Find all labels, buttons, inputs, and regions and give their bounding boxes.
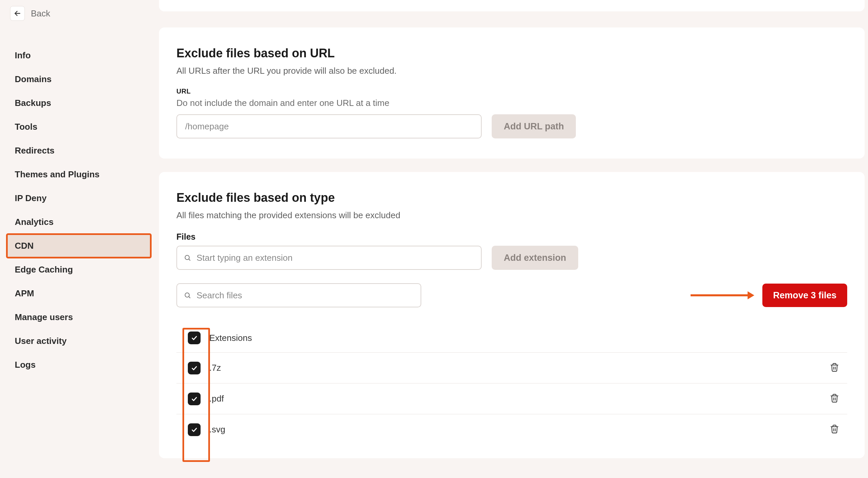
extensions-header-label: Extensions bbox=[209, 333, 252, 343]
exclude-url-title: Exclude files based on URL bbox=[177, 46, 847, 60]
arrow-annotation bbox=[690, 291, 754, 299]
exclude-type-desc: All files matching the provided extensio… bbox=[177, 210, 847, 221]
sidebar-item-tools[interactable]: Tools bbox=[7, 115, 151, 139]
sidebar-item-themes-plugins[interactable]: Themes and Plugins bbox=[7, 163, 151, 186]
sidebar-item-info[interactable]: Info bbox=[7, 43, 151, 67]
delete-row-button[interactable] bbox=[828, 361, 841, 375]
delete-row-button[interactable] bbox=[828, 422, 841, 437]
sidebar-item-manage-users[interactable]: Manage users bbox=[7, 306, 151, 329]
exclude-type-card: Exclude files based on type All files ma… bbox=[159, 172, 865, 458]
exclude-url-desc: All URLs after the URL you provide will … bbox=[177, 66, 847, 76]
check-icon bbox=[191, 426, 197, 433]
sidebar-item-analytics[interactable]: Analytics bbox=[7, 210, 151, 234]
row-checkbox[interactable] bbox=[188, 392, 200, 405]
url-input[interactable] bbox=[177, 114, 482, 138]
table-row: .7z bbox=[177, 353, 847, 383]
extension-input[interactable] bbox=[177, 246, 482, 270]
sidebar-item-backups[interactable]: Backups bbox=[7, 91, 151, 115]
trash-icon bbox=[830, 424, 839, 434]
check-icon bbox=[191, 334, 197, 341]
files-label: Files bbox=[177, 232, 847, 242]
table-row: .pdf bbox=[177, 383, 847, 414]
sidebar-item-ip-deny[interactable]: IP Deny bbox=[7, 186, 151, 210]
remove-files-button[interactable]: Remove 3 files bbox=[762, 284, 847, 307]
sidebar-item-logs[interactable]: Logs bbox=[7, 353, 151, 377]
trash-icon bbox=[830, 363, 839, 372]
search-files-input[interactable] bbox=[177, 283, 421, 307]
row-checkbox[interactable] bbox=[188, 423, 200, 436]
add-url-path-button[interactable]: Add URL path bbox=[492, 114, 576, 138]
extension-label: .7z bbox=[209, 363, 825, 373]
back-button[interactable]: Back bbox=[7, 3, 54, 24]
extension-label: .svg bbox=[209, 424, 825, 435]
check-icon bbox=[191, 365, 197, 372]
sidebar-item-cdn[interactable]: CDN bbox=[7, 234, 151, 258]
sidebar-item-domains[interactable]: Domains bbox=[7, 67, 151, 91]
trash-icon bbox=[830, 393, 839, 403]
table-row: .svg bbox=[177, 414, 847, 445]
card-stub bbox=[159, 0, 865, 11]
select-all-checkbox[interactable] bbox=[188, 331, 200, 344]
main-content: Exclude files based on URL All URLs afte… bbox=[158, 0, 868, 478]
check-icon bbox=[191, 395, 197, 402]
add-extension-button[interactable]: Add extension bbox=[492, 246, 578, 270]
sidebar-item-redirects[interactable]: Redirects bbox=[7, 139, 151, 163]
row-checkbox[interactable] bbox=[188, 362, 200, 375]
back-arrow-icon bbox=[10, 6, 25, 21]
exclude-url-card: Exclude files based on URL All URLs afte… bbox=[159, 28, 865, 159]
sidebar-item-apm[interactable]: APM bbox=[7, 282, 151, 306]
sidebar-item-user-activity[interactable]: User activity bbox=[7, 329, 151, 353]
extension-label: .pdf bbox=[209, 393, 825, 404]
sidebar: Back Info Domains Backups Tools Redirect… bbox=[0, 0, 158, 478]
url-field-label: URL bbox=[177, 88, 847, 95]
extensions-table: Extensions .7z bbox=[177, 323, 847, 445]
back-label: Back bbox=[31, 8, 50, 19]
table-header-row: Extensions bbox=[177, 323, 847, 353]
url-field-helper: Do not include the domain and enter one … bbox=[177, 98, 847, 108]
exclude-type-title: Exclude files based on type bbox=[177, 191, 847, 205]
sidebar-item-edge-caching[interactable]: Edge Caching bbox=[7, 258, 151, 282]
delete-row-button[interactable] bbox=[828, 391, 841, 406]
nav-list: Info Domains Backups Tools Redirects The… bbox=[7, 43, 151, 377]
